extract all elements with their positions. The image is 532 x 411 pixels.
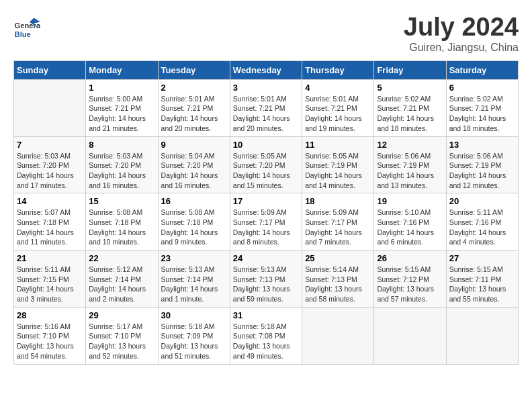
calendar-cell: 6Sunrise: 5:02 AM Sunset: 7:21 PM Daylig… [446, 79, 518, 136]
calendar-subtitle: Guiren, Jiangsu, China [404, 42, 519, 54]
day-number: 16 [161, 196, 227, 206]
day-number: 8 [89, 140, 154, 150]
calendar-table: SundayMondayTuesdayWednesdayThursdayFrid… [13, 60, 519, 365]
day-info: Sunrise: 5:17 AM Sunset: 7:10 PM Dayligh… [89, 322, 154, 361]
header-row: SundayMondayTuesdayWednesdayThursdayFrid… [14, 60, 519, 79]
day-number: 4 [305, 83, 371, 93]
calendar-cell [374, 307, 446, 364]
day-info: Sunrise: 5:01 AM Sunset: 7:21 PM Dayligh… [161, 94, 227, 134]
day-number: 14 [17, 196, 83, 206]
day-number: 9 [161, 140, 227, 150]
calendar-cell: 27Sunrise: 5:15 AM Sunset: 7:11 PM Dayli… [446, 250, 518, 308]
calendar-cell: 14Sunrise: 5:07 AM Sunset: 7:18 PM Dayli… [14, 193, 86, 250]
calendar-cell: 19Sunrise: 5:10 AM Sunset: 7:16 PM Dayli… [374, 193, 446, 250]
day-info: Sunrise: 5:04 AM Sunset: 7:20 PM Dayligh… [161, 151, 227, 191]
day-info: Sunrise: 5:15 AM Sunset: 7:12 PM Dayligh… [377, 265, 443, 304]
day-info: Sunrise: 5:09 AM Sunset: 7:17 PM Dayligh… [305, 208, 371, 247]
day-info: Sunrise: 5:01 AM Sunset: 7:21 PM Dayligh… [233, 94, 299, 134]
day-info: Sunrise: 5:03 AM Sunset: 7:20 PM Dayligh… [89, 151, 154, 191]
day-info: Sunrise: 5:08 AM Sunset: 7:18 PM Dayligh… [161, 208, 227, 247]
header-cell-wednesday: Wednesday [230, 60, 302, 79]
day-number: 2 [161, 83, 227, 93]
day-info: Sunrise: 5:14 AM Sunset: 7:13 PM Dayligh… [305, 265, 371, 304]
day-number: 23 [161, 253, 227, 263]
day-number: 18 [305, 196, 371, 206]
calendar-cell: 7Sunrise: 5:03 AM Sunset: 7:20 PM Daylig… [14, 136, 86, 193]
day-number: 28 [17, 310, 83, 320]
day-info: Sunrise: 5:07 AM Sunset: 7:18 PM Dayligh… [17, 208, 83, 247]
calendar-cell: 5Sunrise: 5:02 AM Sunset: 7:21 PM Daylig… [374, 79, 446, 136]
day-number: 10 [233, 140, 299, 150]
logo: General Blue [13, 13, 40, 40]
calendar-title: July 2024 [404, 13, 519, 42]
calendar-cell: 9Sunrise: 5:04 AM Sunset: 7:20 PM Daylig… [158, 136, 230, 193]
day-number: 19 [377, 196, 443, 206]
day-number: 12 [377, 140, 443, 150]
calendar-cell: 24Sunrise: 5:13 AM Sunset: 7:13 PM Dayli… [230, 250, 302, 308]
header-cell-saturday: Saturday [446, 60, 518, 79]
day-info: Sunrise: 5:10 AM Sunset: 7:16 PM Dayligh… [377, 208, 443, 247]
day-number: 22 [89, 253, 154, 263]
day-info: Sunrise: 5:13 AM Sunset: 7:14 PM Dayligh… [161, 265, 227, 304]
day-info: Sunrise: 5:08 AM Sunset: 7:18 PM Dayligh… [89, 208, 154, 247]
logo-icon: General Blue [13, 13, 40, 40]
day-number: 21 [17, 253, 83, 263]
svg-text:Blue: Blue [15, 30, 31, 38]
header-cell-sunday: Sunday [14, 60, 86, 79]
title-area: July 2024 Guiren, Jiangsu, China [404, 13, 519, 54]
calendar-cell: 12Sunrise: 5:06 AM Sunset: 7:19 PM Dayli… [374, 136, 446, 193]
day-number: 31 [233, 310, 299, 320]
day-number: 20 [449, 196, 515, 206]
calendar-cell: 1Sunrise: 5:00 AM Sunset: 7:21 PM Daylig… [86, 79, 158, 136]
day-number: 13 [449, 140, 515, 150]
day-number: 24 [233, 253, 299, 263]
day-info: Sunrise: 5:13 AM Sunset: 7:13 PM Dayligh… [233, 265, 299, 304]
calendar-cell [446, 307, 518, 364]
day-info: Sunrise: 5:00 AM Sunset: 7:21 PM Dayligh… [89, 94, 154, 134]
day-number: 5 [377, 83, 443, 93]
calendar-cell: 26Sunrise: 5:15 AM Sunset: 7:12 PM Dayli… [374, 250, 446, 308]
calendar-cell: 2Sunrise: 5:01 AM Sunset: 7:21 PM Daylig… [158, 79, 230, 136]
week-row-1: 1Sunrise: 5:00 AM Sunset: 7:21 PM Daylig… [14, 79, 519, 136]
calendar-cell: 30Sunrise: 5:18 AM Sunset: 7:09 PM Dayli… [158, 307, 230, 364]
calendar-cell: 16Sunrise: 5:08 AM Sunset: 7:18 PM Dayli… [158, 193, 230, 250]
calendar-cell [302, 307, 374, 364]
day-info: Sunrise: 5:18 AM Sunset: 7:09 PM Dayligh… [161, 322, 227, 361]
calendar-cell: 23Sunrise: 5:13 AM Sunset: 7:14 PM Dayli… [158, 250, 230, 308]
week-row-3: 14Sunrise: 5:07 AM Sunset: 7:18 PM Dayli… [14, 193, 519, 250]
calendar-cell: 25Sunrise: 5:14 AM Sunset: 7:13 PM Dayli… [302, 250, 374, 308]
day-info: Sunrise: 5:12 AM Sunset: 7:14 PM Dayligh… [89, 265, 154, 304]
calendar-cell: 29Sunrise: 5:17 AM Sunset: 7:10 PM Dayli… [86, 307, 158, 364]
calendar-cell: 8Sunrise: 5:03 AM Sunset: 7:20 PM Daylig… [86, 136, 158, 193]
calendar-cell: 17Sunrise: 5:09 AM Sunset: 7:17 PM Dayli… [230, 193, 302, 250]
calendar-cell [14, 79, 86, 136]
day-info: Sunrise: 5:15 AM Sunset: 7:11 PM Dayligh… [449, 265, 515, 304]
header-cell-tuesday: Tuesday [158, 60, 230, 79]
day-info: Sunrise: 5:05 AM Sunset: 7:20 PM Dayligh… [233, 151, 299, 191]
day-info: Sunrise: 5:09 AM Sunset: 7:17 PM Dayligh… [233, 208, 299, 247]
week-row-2: 7Sunrise: 5:03 AM Sunset: 7:20 PM Daylig… [14, 136, 519, 193]
calendar-cell: 31Sunrise: 5:18 AM Sunset: 7:08 PM Dayli… [230, 307, 302, 364]
calendar-cell: 21Sunrise: 5:11 AM Sunset: 7:15 PM Dayli… [14, 250, 86, 308]
day-info: Sunrise: 5:03 AM Sunset: 7:20 PM Dayligh… [17, 151, 83, 191]
day-number: 1 [89, 83, 154, 93]
header-cell-thursday: Thursday [302, 60, 374, 79]
calendar-cell: 3Sunrise: 5:01 AM Sunset: 7:21 PM Daylig… [230, 79, 302, 136]
day-info: Sunrise: 5:11 AM Sunset: 7:16 PM Dayligh… [449, 208, 515, 247]
day-number: 17 [233, 196, 299, 206]
calendar-cell: 4Sunrise: 5:01 AM Sunset: 7:21 PM Daylig… [302, 79, 374, 136]
calendar-cell: 13Sunrise: 5:06 AM Sunset: 7:19 PM Dayli… [446, 136, 518, 193]
day-info: Sunrise: 5:01 AM Sunset: 7:21 PM Dayligh… [305, 94, 371, 134]
day-info: Sunrise: 5:05 AM Sunset: 7:19 PM Dayligh… [305, 151, 371, 191]
calendar-cell: 18Sunrise: 5:09 AM Sunset: 7:17 PM Dayli… [302, 193, 374, 250]
calendar-cell: 10Sunrise: 5:05 AM Sunset: 7:20 PM Dayli… [230, 136, 302, 193]
calendar-cell: 28Sunrise: 5:16 AM Sunset: 7:10 PM Dayli… [14, 307, 86, 364]
day-info: Sunrise: 5:06 AM Sunset: 7:19 PM Dayligh… [377, 151, 443, 191]
day-number: 7 [17, 140, 83, 150]
day-number: 25 [305, 253, 371, 263]
day-number: 3 [233, 83, 299, 93]
week-row-4: 21Sunrise: 5:11 AM Sunset: 7:15 PM Dayli… [14, 250, 519, 308]
day-info: Sunrise: 5:06 AM Sunset: 7:19 PM Dayligh… [449, 151, 515, 191]
day-info: Sunrise: 5:16 AM Sunset: 7:10 PM Dayligh… [17, 322, 83, 361]
day-number: 29 [89, 310, 154, 320]
